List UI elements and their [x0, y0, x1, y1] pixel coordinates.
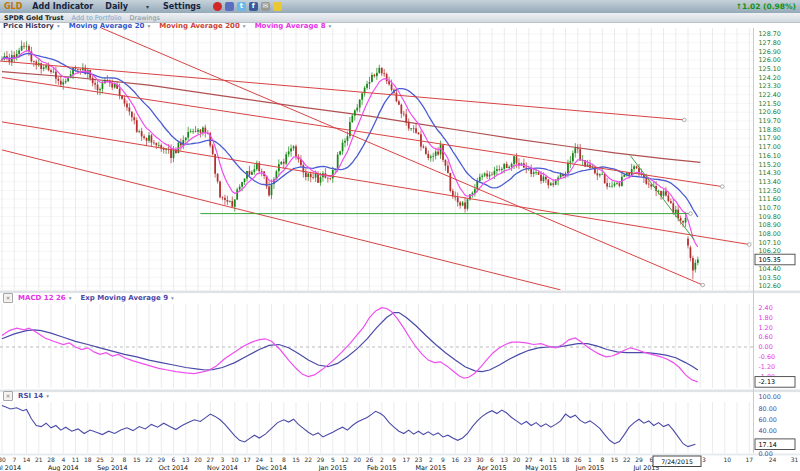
add-to-portfolio-link[interactable]: Add to Portfolio [72, 14, 122, 22]
price-panel-legend: Price History▾ Moving Average 20▾ Moving… [3, 22, 340, 30]
svg-text:128.70: 128.70 [759, 30, 781, 38]
svg-text:6: 6 [490, 456, 494, 463]
svg-text:1: 1 [588, 456, 592, 463]
svg-text:11: 11 [549, 456, 557, 463]
chart-canvas[interactable]: 128.70127.80126.90126.00125.10124.20123.… [0, 0, 800, 471]
svg-text:17.14: 17.14 [759, 441, 777, 449]
chevron-down-icon[interactable]: ▾ [146, 3, 149, 10]
chevron-down-icon[interactable]: ▾ [171, 295, 174, 301]
timeframe-dropdown[interactable]: Daily [105, 2, 128, 11]
svg-text:31: 31 [791, 456, 799, 463]
svg-text:21: 21 [35, 456, 43, 463]
price-change-indicator: ↑1.02 (0.98%) [736, 2, 796, 11]
svg-text:8: 8 [123, 456, 127, 463]
svg-text:125.10: 125.10 [759, 65, 781, 73]
svg-text:Dec 2014: Dec 2014 [256, 464, 287, 471]
macd-signal-dropdown[interactable]: Exp Moving Average 9 [80, 294, 168, 302]
bell-icon[interactable] [273, 2, 282, 11]
svg-text:2.40: 2.40 [759, 304, 773, 312]
ma20-dropdown[interactable]: Moving Average 20 [69, 22, 145, 30]
current-price-box: 105.35 [755, 254, 795, 265]
chevron-down-icon[interactable]: ▾ [46, 393, 49, 399]
chevron-down-icon[interactable]: ▾ [69, 295, 72, 301]
svg-text:29: 29 [635, 456, 643, 463]
vertical-gridlines [2, 28, 749, 453]
svg-text:109.80: 109.80 [759, 213, 781, 221]
svg-text:20: 20 [513, 456, 521, 463]
chat-icon[interactable] [225, 2, 234, 11]
svg-text:13: 13 [500, 456, 508, 463]
price-axis-labels: 128.70127.80126.90126.00125.10124.20123.… [759, 30, 781, 290]
svg-text:15: 15 [611, 456, 619, 463]
svg-text:105.35: 105.35 [759, 256, 781, 264]
svg-text:22: 22 [145, 456, 153, 463]
svg-text:15: 15 [292, 456, 300, 463]
svg-text:27: 27 [206, 456, 214, 463]
svg-text:3: 3 [221, 456, 225, 463]
facebook-icon[interactable]: f [249, 2, 258, 11]
svg-text:30: 30 [476, 456, 484, 463]
rsi-panel-header: × RSI 14▾ [3, 391, 58, 401]
svg-text:104.40: 104.40 [759, 265, 781, 273]
ma8-dropdown[interactable]: Moving Average 8 [255, 22, 326, 30]
svg-text:-2.13: -2.13 [759, 378, 776, 386]
svg-text:123.30: 123.30 [759, 82, 781, 90]
symbol-label: GLD [4, 2, 22, 11]
svg-text:116.10: 116.10 [759, 152, 781, 160]
svg-text:0.60: 0.60 [759, 333, 773, 341]
svg-text:18: 18 [562, 456, 570, 463]
record-icon[interactable] [213, 2, 222, 11]
close-icon[interactable]: × [3, 391, 13, 401]
svg-text:126.00: 126.00 [759, 56, 781, 64]
close-icon[interactable]: × [3, 293, 13, 303]
price-history-dropdown[interactable]: Price History [3, 22, 54, 30]
svg-text:May 2015: May 2015 [525, 464, 557, 471]
macd-signal-line [2, 313, 698, 372]
svg-text:27: 27 [525, 456, 533, 463]
svg-text:23: 23 [415, 456, 423, 463]
svg-text:20: 20 [353, 456, 361, 463]
svg-text:18: 18 [84, 456, 92, 463]
svg-text:2: 2 [429, 456, 433, 463]
candlestick-series [1, 41, 699, 280]
macd-axis-labels: 2.401.801.200.600.00-0.60-1.20-1.80 [759, 304, 776, 381]
chevron-down-icon[interactable]: ▾ [147, 23, 150, 29]
chevron-down-icon[interactable]: ▾ [57, 23, 60, 29]
svg-text:7/24/2015: 7/24/2015 [661, 458, 693, 465]
svg-text:Aug 2014: Aug 2014 [48, 464, 79, 471]
svg-text:Apr 2015: Apr 2015 [477, 464, 506, 471]
svg-text:120.60: 120.60 [759, 108, 781, 116]
svg-text:1.20: 1.20 [759, 324, 773, 332]
svg-text:8: 8 [282, 456, 286, 463]
svg-text:4: 4 [61, 456, 65, 463]
svg-text:110.70: 110.70 [759, 204, 781, 212]
add-indicator-button[interactable]: Add Indicator [32, 2, 93, 11]
svg-text:6: 6 [172, 456, 176, 463]
settings-button[interactable]: Settings [163, 2, 201, 11]
macd-dropdown[interactable]: MACD 12 26 [18, 294, 66, 302]
svg-text:113.40: 113.40 [759, 178, 781, 186]
svg-text:29: 29 [157, 456, 165, 463]
svg-text:-0.60: -0.60 [759, 353, 776, 361]
main-toolbar: GLD Add Indicator Daily ▾ Settings t f ✉… [0, 0, 800, 13]
svg-text:40.00: 40.00 [759, 427, 777, 435]
chevron-down-icon[interactable]: ▾ [329, 23, 332, 29]
svg-text:117.90: 117.90 [759, 134, 781, 142]
svg-text:103.50: 103.50 [759, 274, 781, 282]
svg-text:22: 22 [304, 456, 312, 463]
svg-text:108.00: 108.00 [759, 230, 781, 238]
ma200-dropdown[interactable]: Moving Average 200 [159, 22, 240, 30]
svg-text:2: 2 [380, 456, 384, 463]
rsi-dropdown[interactable]: RSI 14 [18, 392, 43, 400]
svg-text:13: 13 [182, 456, 190, 463]
chevron-down-icon[interactable]: ▾ [243, 23, 246, 29]
drawings-button[interactable]: Drawings [130, 14, 160, 22]
twitter-icon[interactable]: t [237, 2, 246, 11]
svg-text:Nov 2014: Nov 2014 [207, 464, 238, 471]
svg-text:14: 14 [23, 456, 31, 463]
svg-text:60.00: 60.00 [759, 416, 777, 424]
svg-text:124.20: 124.20 [759, 74, 781, 82]
svg-text:1.80: 1.80 [759, 314, 773, 322]
email-icon[interactable]: ✉ [261, 2, 270, 11]
svg-text:107.10: 107.10 [759, 239, 781, 247]
